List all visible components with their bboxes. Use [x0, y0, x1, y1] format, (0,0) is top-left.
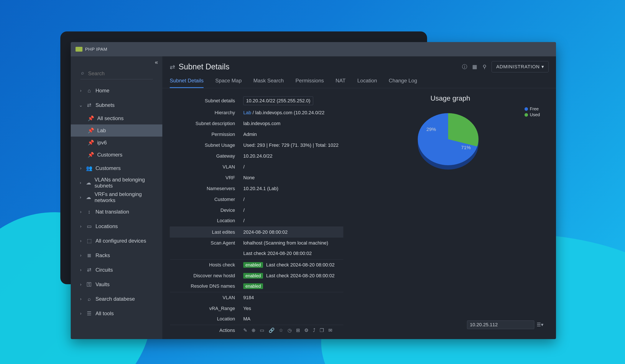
sidebar-item-vrfs-and-belonging-networks[interactable]: ›☁VRFs and belonging networks: [71, 190, 162, 204]
view-toggle-button[interactable]: ☰▾: [536, 320, 544, 329]
shuffle-icon: ⇄: [170, 63, 175, 71]
gear-icon[interactable]: ⚙: [304, 328, 309, 333]
sidebar-item-all-sections[interactable]: 📌All sections: [71, 112, 162, 124]
add-square-icon[interactable]: ⊞: [296, 328, 300, 333]
page-title: Subnet Details: [179, 62, 229, 71]
tab-nat[interactable]: NAT: [336, 78, 345, 88]
nav-label: Customers: [97, 152, 123, 158]
detail-value: None: [240, 173, 343, 183]
sidebar-item-all-tools[interactable]: ›☰All tools: [71, 306, 162, 321]
detail-label: Gateway: [170, 153, 240, 159]
chevron-right-icon: ›: [79, 267, 83, 272]
card-icon[interactable]: ▭: [260, 328, 264, 333]
detail-row: Last edites2024-08-20 08:00:02: [170, 227, 343, 238]
nav-icon: ⬚: [86, 238, 92, 244]
detail-label: Subnet details: [170, 98, 240, 104]
sidebar-item-all-configured-devices[interactable]: ›⬚All configured devices: [71, 233, 162, 248]
export-icon[interactable]: ⤴: [313, 328, 315, 333]
detail-label: Actions: [170, 328, 240, 333]
info-icon[interactable]: ⓘ: [462, 64, 468, 70]
window-icon[interactable]: ❐: [320, 328, 324, 333]
nav-icon: 👥: [86, 165, 92, 171]
sidebar-collapse-button[interactable]: «: [151, 58, 162, 69]
detail-value: enabled: [240, 281, 343, 291]
detail-label: Scan Agent: [170, 240, 240, 246]
mail-icon[interactable]: ✉: [328, 328, 332, 333]
pencil-icon[interactable]: ✎: [243, 328, 247, 333]
qr-icon[interactable]: ▦: [471, 64, 478, 70]
sidebar-item-customers[interactable]: 📌Customers: [71, 149, 162, 161]
detail-row: Location/: [170, 216, 343, 227]
nav-label: Customers: [95, 165, 121, 171]
tab-location[interactable]: Location: [357, 78, 377, 88]
nav-label: All configured devices: [95, 238, 146, 244]
tab-space-map[interactable]: Space Map: [215, 78, 242, 88]
administration-button[interactable]: ADMINISTRATION ▾: [492, 61, 549, 72]
detail-value: /: [240, 216, 343, 226]
sidebar-item-search-databese[interactable]: ›⌕Search databese: [71, 292, 162, 306]
sidebar: « ⌕ ›⌂Home⌄⇄Subnets📌All sections📌Lab📌ipv…: [71, 56, 162, 339]
nav-label: VRFs and belonging networks: [95, 191, 156, 203]
sidebar-item-lab[interactable]: 📌Lab: [71, 124, 162, 137]
main-panel: ⇄ Subnet Details ⓘ ▦ ⚲ ADMINISTRATION ▾ …: [162, 56, 556, 339]
nav-label: All tools: [95, 310, 114, 316]
detail-label: Hosts check: [170, 262, 240, 268]
pie-chart: 29% 71%: [418, 113, 483, 172]
sidebar-item-racks[interactable]: ›≣Racks: [71, 248, 162, 263]
chevron-right-icon: ›: [79, 88, 83, 93]
chevron-right-icon: ›: [79, 282, 83, 287]
sidebar-item-ipv6[interactable]: 📌ipv6: [71, 137, 162, 149]
chart-title: Usage graph: [430, 94, 470, 102]
detail-row: Actions✎⊕▭🔗☆◷⊞⚙⤴❐✉: [170, 325, 343, 336]
detail-value: /: [240, 195, 343, 204]
usage-graph: Usage graph FreeUsed 29% 71% ☰▾: [352, 94, 549, 333]
tab-permissions[interactable]: Permissions: [296, 78, 324, 88]
tab-mask-search[interactable]: Mask Search: [253, 78, 284, 88]
detail-row: Nameservers10.20.24.1 (Lab): [170, 183, 343, 194]
nav-label: Lab: [97, 127, 106, 134]
used-pct-label: 29%: [426, 127, 436, 132]
detail-value: lohalhost (Scanning from local machine): [240, 238, 343, 248]
sidebar-item-nat-translation[interactable]: ›↕Nat translation: [71, 204, 162, 219]
detail-row: PermissionAdmin: [170, 129, 343, 140]
detail-value: /: [240, 205, 343, 215]
detail-value: 2024-08-20 08:00:02: [240, 227, 343, 237]
tab-change-log[interactable]: Change Log: [389, 78, 417, 88]
detail-value: ✎⊕▭🔗☆◷⊞⚙⤴❐✉: [240, 325, 343, 336]
detail-value: Admin: [240, 129, 343, 140]
detail-label: Customer: [170, 197, 240, 202]
detail-row: Scan Agentlohalhost (Scanning from local…: [170, 238, 343, 249]
sidebar-item-subnets[interactable]: ⌄⇄Subnets: [71, 98, 162, 112]
detail-label: Subnet Usage: [170, 142, 240, 148]
hierarchy-link[interactable]: Lab: [243, 110, 251, 115]
nav-icon: 📌: [88, 115, 94, 121]
detail-row: VRFNone: [170, 172, 343, 183]
sidebar-item-customers[interactable]: ›👥Customers: [71, 161, 162, 175]
clock-icon[interactable]: ◷: [287, 328, 292, 333]
chevron-down-icon: ⌄: [79, 103, 83, 108]
star-icon[interactable]: ☆: [279, 328, 283, 333]
sidebar-item-locations[interactable]: ›▭Locations: [71, 219, 162, 233]
tab-subnet-details[interactable]: Subnet Details: [170, 78, 204, 88]
sidebar-item-vaults[interactable]: ›⚿Vaults: [71, 277, 162, 292]
search-input[interactable]: [80, 69, 153, 79]
sidebar-item-vlans-and-belonging-subnets[interactable]: ›☁VLANs and belonging subnets: [71, 175, 162, 190]
link-icon[interactable]: 🔗: [269, 328, 275, 333]
nav-label: Search databese: [95, 296, 135, 302]
sidebar-item-circuits[interactable]: ›⇄Circuits: [71, 263, 162, 277]
nav-label: Nat translation: [95, 209, 129, 215]
detail-row: LocationMA: [170, 314, 343, 325]
plus-circle-icon[interactable]: ⊕: [251, 328, 255, 333]
ip-address-input[interactable]: [467, 320, 534, 329]
detail-value: Used: 293 | Free: 729 (71. 33%) | Total:…: [240, 140, 343, 150]
chevron-right-icon: ›: [79, 238, 83, 243]
status-badge: enabled: [243, 283, 263, 289]
sidebar-item-home[interactable]: ›⌂Home: [71, 83, 162, 98]
detail-value: /: [240, 162, 343, 172]
detail-row: Resolve DNS namesenabled: [170, 281, 343, 292]
detail-row: Subnet descriptionlab.indevops.com: [170, 118, 343, 129]
chevron-right-icon: ›: [79, 311, 83, 316]
nav-label: All sections: [97, 115, 124, 121]
key-icon[interactable]: ⚲: [482, 64, 488, 70]
detail-row: Last check 2024-08-20 08:00:02: [170, 249, 343, 259]
